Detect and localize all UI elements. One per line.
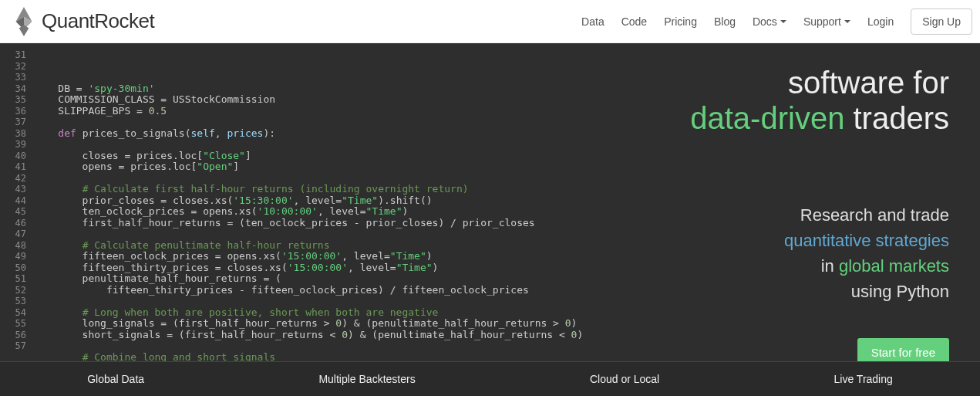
feature-live-trading[interactable]: Live Trading [834,373,893,385]
nav-docs-label: Docs [753,15,777,28]
feature-bar: Global Data Multiple Backtesters Cloud o… [0,361,980,396]
nav: Data Code Pricing Blog Docs Support Logi… [581,8,972,35]
feature-backtesters[interactable]: Multiple Backtesters [318,373,415,385]
feature-global-data[interactable]: Global Data [87,373,144,385]
tagline: Research and trade quantitative strategi… [625,202,949,304]
tagline-l3a: in [821,256,839,276]
svg-marker-3 [19,25,29,36]
tagline-l2: quantitative strategies [625,228,949,253]
nav-login[interactable]: Login [867,15,894,28]
nav-blog[interactable]: Blog [714,15,736,28]
headline-l2b: traders [844,101,949,135]
nav-support[interactable]: Support [803,15,850,28]
code-sample: 3132333435363738394041424344454647484950… [0,43,610,361]
brand-text: QuantRocket [42,9,154,33]
nav-code[interactable]: Code [621,15,647,28]
caret-down-icon [780,20,786,23]
feature-cloud-local[interactable]: Cloud or Local [590,373,659,385]
headline-em: data-driven [690,101,844,135]
header: QuantRocket Data Code Pricing Blog Docs … [0,0,980,43]
hero-text: software for data-driven traders Researc… [610,43,980,361]
rocket-logo-icon [8,5,40,38]
signup-button[interactable]: Sign Up [911,8,972,35]
headline-l1: software for [788,66,949,100]
tagline-l1: Research and trade [625,202,949,228]
caret-down-icon [844,20,850,23]
headline: software for data-driven traders [625,65,949,136]
line-gutter: 3132333435363738394041424344454647484950… [0,49,26,352]
nav-pricing[interactable]: Pricing [664,15,697,28]
hero: 3132333435363738394041424344454647484950… [0,43,980,361]
nav-support-label: Support [803,15,841,28]
tagline-l4: using Python [625,279,949,304]
nav-docs[interactable]: Docs [753,15,786,28]
code-lines: DB = 'spy-30min' COMMISSION_CLASS = USSt… [34,83,610,362]
logo[interactable]: QuantRocket [8,5,154,38]
nav-data[interactable]: Data [581,15,605,28]
start-free-button[interactable]: Start for free [857,338,949,361]
tagline-l3b: global markets [839,256,949,276]
